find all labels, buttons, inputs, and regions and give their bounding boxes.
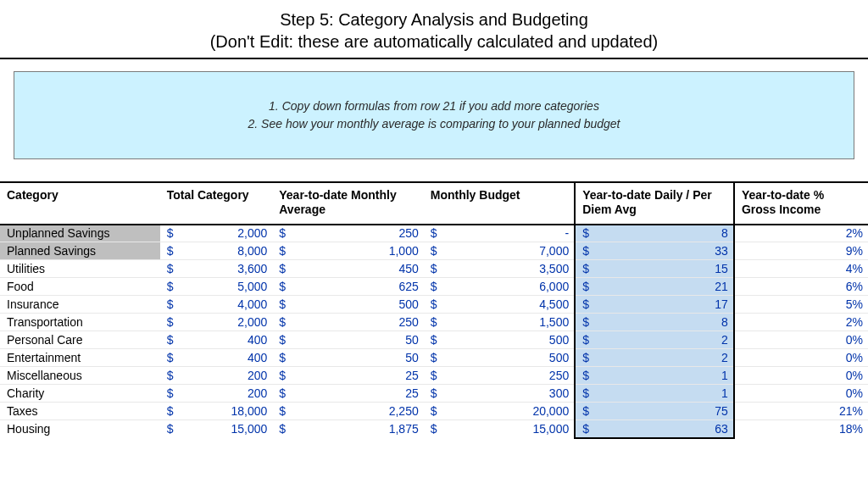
total-cell: $400 — [160, 331, 273, 349]
total-cell: $5,000 — [160, 278, 273, 296]
currency-symbol: $ — [431, 351, 437, 364]
currency-symbol: $ — [431, 297, 437, 311]
page-subtitle: (Don't Edit: these are automatically cal… — [0, 31, 868, 53]
budget-cell-value: 4,500 — [539, 297, 569, 311]
currency-symbol: $ — [167, 297, 174, 311]
total-cell-value: 400 — [248, 351, 267, 364]
budget-cell: $20,000 — [424, 403, 575, 420]
total-cell: $3,600 — [160, 260, 273, 278]
table-row: Transportation$2,000$250$1,500$82% — [0, 314, 868, 331]
table-row: Food$5,000$625$6,000$216% — [0, 278, 868, 296]
currency-symbol: $ — [279, 226, 286, 240]
page-header: Step 5: Category Analysis and Budgeting … — [0, 0, 868, 59]
avg-cell-value: 1,000 — [389, 244, 419, 258]
category-cell: Entertainment — [0, 349, 160, 367]
currency-symbol: $ — [279, 369, 286, 382]
pct-cell: 0% — [734, 349, 868, 367]
currency-symbol: $ — [582, 386, 589, 400]
avg-cell: $625 — [272, 278, 423, 296]
total-cell-value: 8,000 — [237, 244, 267, 258]
budget-cell: $15,000 — [424, 420, 575, 438]
table-row: Charity$200$25$300$10% — [0, 385, 868, 403]
budget-table: Category Total Category Year-to-date Mon… — [0, 181, 868, 439]
col-header-pct: Year-to-date % Gross Income — [734, 182, 868, 225]
avg-cell-value: 2,250 — [389, 404, 419, 418]
currency-symbol: $ — [167, 351, 174, 364]
avg-cell-value: 250 — [398, 226, 418, 240]
pct-cell: 0% — [734, 385, 868, 403]
perdiem-cell: $1 — [575, 385, 734, 403]
avg-cell-value: 25 — [405, 386, 419, 400]
avg-cell: $450 — [272, 260, 423, 278]
category-cell: Planned Savings — [0, 242, 160, 260]
budget-cell: $500 — [424, 331, 575, 349]
currency-symbol: $ — [431, 369, 437, 382]
total-cell: $2,000 — [160, 225, 273, 242]
currency-symbol: $ — [279, 297, 286, 311]
table-row: Insurance$4,000$500$4,500$175% — [0, 296, 868, 314]
category-cell: Utilities — [0, 260, 160, 278]
table-row: Entertainment$400$50$500$20% — [0, 349, 868, 367]
info-box: 1. Copy down formulas from row 21 if you… — [14, 71, 854, 159]
avg-cell: $1,000 — [272, 242, 423, 260]
total-cell: $8,000 — [160, 242, 273, 260]
currency-symbol: $ — [582, 280, 589, 293]
budget-cell: $- — [424, 225, 575, 242]
budget-cell-value: 250 — [549, 369, 569, 382]
currency-symbol: $ — [279, 280, 286, 293]
perdiem-cell: $21 — [575, 278, 734, 296]
total-cell-value: 18,000 — [231, 404, 267, 418]
pct-cell: 6% — [734, 278, 868, 296]
budget-cell-value: 300 — [549, 386, 569, 400]
total-cell: $2,000 — [160, 314, 273, 331]
avg-cell-value: 250 — [398, 315, 418, 329]
avg-cell: $500 — [272, 296, 423, 314]
perdiem-cell-value: 21 — [715, 280, 728, 293]
perdiem-cell-value: 2 — [721, 333, 728, 347]
avg-cell: $1,875 — [272, 420, 423, 438]
table-header-row: Category Total Category Year-to-date Mon… — [0, 182, 868, 225]
budget-cell-value: 3,500 — [539, 262, 569, 275]
pct-cell: 5% — [734, 296, 868, 314]
page-title: Step 5: Category Analysis and Budgeting — [0, 8, 868, 31]
budget-cell-value: 7,000 — [539, 244, 569, 258]
avg-cell-value: 500 — [398, 297, 418, 311]
currency-symbol: $ — [582, 422, 589, 436]
pct-cell: 2% — [734, 225, 868, 242]
pct-cell: 21% — [734, 403, 868, 420]
category-cell: Miscellaneous — [0, 367, 160, 385]
total-cell-value: 400 — [248, 333, 267, 347]
table-row: Unplanned Savings$2,000$250$-$82% — [0, 225, 868, 242]
pct-cell: 18% — [734, 420, 868, 438]
pct-cell: 0% — [734, 331, 868, 349]
perdiem-cell-value: 17 — [715, 297, 728, 311]
currency-symbol: $ — [167, 369, 174, 382]
currency-symbol: $ — [167, 422, 174, 436]
total-cell: $4,000 — [160, 296, 273, 314]
total-cell: $200 — [160, 385, 273, 403]
currency-symbol: $ — [167, 262, 174, 275]
pct-cell: 0% — [734, 367, 868, 385]
info-line-2: 2. See how your monthly average is compa… — [14, 115, 854, 133]
budget-cell: $4,500 — [424, 296, 575, 314]
perdiem-cell: $15 — [575, 260, 734, 278]
currency-symbol: $ — [582, 226, 589, 240]
currency-symbol: $ — [582, 404, 589, 418]
category-cell: Food — [0, 278, 160, 296]
total-cell: $200 — [160, 367, 273, 385]
currency-symbol: $ — [167, 226, 174, 240]
table-row: Personal Care$400$50$500$20% — [0, 331, 868, 349]
table-row: Housing$15,000$1,875$15,000$6318% — [0, 420, 868, 438]
total-cell-value: 5,000 — [237, 280, 267, 293]
currency-symbol: $ — [431, 226, 437, 240]
perdiem-cell-value: 2 — [721, 351, 728, 364]
pct-cell: 2% — [734, 314, 868, 331]
currency-symbol: $ — [279, 315, 286, 329]
table-body: Unplanned Savings$2,000$250$-$82%Planned… — [0, 225, 868, 438]
perdiem-cell: $63 — [575, 420, 734, 438]
pct-cell: 4% — [734, 260, 868, 278]
currency-symbol: $ — [167, 280, 174, 293]
currency-symbol: $ — [279, 404, 286, 418]
currency-symbol: $ — [431, 422, 437, 436]
avg-cell: $250 — [272, 314, 423, 331]
